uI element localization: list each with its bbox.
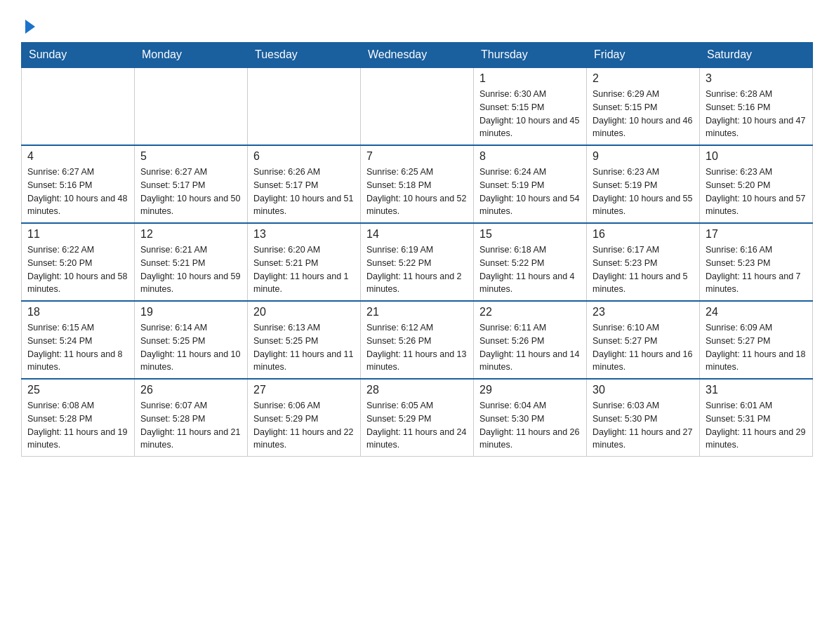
calendar-cell: 5Sunrise: 6:27 AMSunset: 5:17 PMDaylight… [135,145,248,223]
day-number: 16 [593,228,694,241]
day-info: Sunrise: 6:23 AMSunset: 5:20 PMDaylight:… [706,166,807,218]
day-number: 22 [479,306,581,318]
calendar-cell: 21Sunrise: 6:12 AMSunset: 5:26 PMDayligh… [361,301,474,379]
day-info: Sunrise: 6:18 AMSunset: 5:22 PMDaylight:… [479,243,581,296]
calendar-header-monday: Monday [135,43,248,68]
day-info: Sunrise: 6:08 AMSunset: 5:28 PMDaylight:… [27,399,128,452]
calendar-week-row: 25Sunrise: 6:08 AMSunset: 5:28 PMDayligh… [22,379,813,457]
day-info: Sunrise: 6:07 AMSunset: 5:28 PMDaylight:… [140,399,241,452]
day-info: Sunrise: 6:23 AMSunset: 5:19 PMDaylight:… [593,166,694,218]
day-info: Sunrise: 6:06 AMSunset: 5:29 PMDaylight:… [253,399,355,452]
day-info: Sunrise: 6:19 AMSunset: 5:22 PMDaylight:… [366,243,468,296]
day-number: 5 [140,150,241,163]
day-info: Sunrise: 6:26 AMSunset: 5:17 PMDaylight:… [253,166,355,218]
calendar-header-friday: Friday [587,43,700,68]
calendar-cell [135,67,248,145]
day-number: 1 [479,72,581,85]
logo-triangle-icon [25,20,35,34]
day-number: 10 [706,150,807,163]
logo [21,14,35,35]
calendar-cell: 25Sunrise: 6:08 AMSunset: 5:28 PMDayligh… [22,379,135,457]
calendar-cell: 2Sunrise: 6:29 AMSunset: 5:15 PMDaylight… [587,67,700,145]
day-number: 21 [366,306,468,318]
calendar-cell: 23Sunrise: 6:10 AMSunset: 5:27 PMDayligh… [587,301,700,379]
calendar-cell: 26Sunrise: 6:07 AMSunset: 5:28 PMDayligh… [135,379,248,457]
day-info: Sunrise: 6:27 AMSunset: 5:16 PMDaylight:… [27,166,128,218]
calendar-cell: 6Sunrise: 6:26 AMSunset: 5:17 PMDaylight… [248,145,361,223]
calendar-cell: 9Sunrise: 6:23 AMSunset: 5:19 PMDaylight… [587,145,700,223]
calendar-cell: 15Sunrise: 6:18 AMSunset: 5:22 PMDayligh… [474,223,587,301]
day-number: 12 [140,228,241,241]
calendar-cell: 7Sunrise: 6:25 AMSunset: 5:18 PMDaylight… [361,145,474,223]
calendar-cell: 31Sunrise: 6:01 AMSunset: 5:31 PMDayligh… [700,379,813,457]
day-number: 17 [706,228,807,241]
calendar-cell: 10Sunrise: 6:23 AMSunset: 5:20 PMDayligh… [700,145,813,223]
calendar-header-tuesday: Tuesday [248,43,361,68]
day-info: Sunrise: 6:16 AMSunset: 5:23 PMDaylight:… [706,243,807,296]
calendar-week-row: 11Sunrise: 6:22 AMSunset: 5:20 PMDayligh… [22,223,813,301]
day-number: 27 [253,384,355,396]
day-info: Sunrise: 6:04 AMSunset: 5:30 PMDaylight:… [479,399,581,452]
calendar-cell [22,67,135,145]
day-number: 20 [253,306,355,318]
day-number: 19 [140,306,241,318]
day-number: 4 [27,150,128,163]
day-number: 7 [366,150,468,163]
day-info: Sunrise: 6:22 AMSunset: 5:20 PMDaylight:… [27,243,128,296]
day-info: Sunrise: 6:01 AMSunset: 5:31 PMDaylight:… [706,399,807,452]
calendar-cell: 28Sunrise: 6:05 AMSunset: 5:29 PMDayligh… [361,379,474,457]
day-number: 30 [593,384,694,396]
calendar-week-row: 4Sunrise: 6:27 AMSunset: 5:16 PMDaylight… [22,145,813,223]
calendar-week-row: 1Sunrise: 6:30 AMSunset: 5:15 PMDaylight… [22,67,813,145]
day-info: Sunrise: 6:10 AMSunset: 5:27 PMDaylight:… [593,321,694,374]
day-info: Sunrise: 6:20 AMSunset: 5:21 PMDaylight:… [253,243,355,296]
calendar-cell: 4Sunrise: 6:27 AMSunset: 5:16 PMDaylight… [22,145,135,223]
day-number: 13 [253,228,355,241]
day-info: Sunrise: 6:27 AMSunset: 5:17 PMDaylight:… [140,166,241,218]
calendar-cell: 18Sunrise: 6:15 AMSunset: 5:24 PMDayligh… [22,301,135,379]
calendar-cell: 1Sunrise: 6:30 AMSunset: 5:15 PMDaylight… [474,67,587,145]
day-info: Sunrise: 6:28 AMSunset: 5:16 PMDaylight:… [706,88,807,140]
calendar-cell: 13Sunrise: 6:20 AMSunset: 5:21 PMDayligh… [248,223,361,301]
calendar-header-wednesday: Wednesday [361,43,474,68]
day-info: Sunrise: 6:21 AMSunset: 5:21 PMDaylight:… [140,243,241,296]
day-info: Sunrise: 6:14 AMSunset: 5:25 PMDaylight:… [140,321,241,374]
day-info: Sunrise: 6:15 AMSunset: 5:24 PMDaylight:… [27,321,128,374]
day-info: Sunrise: 6:09 AMSunset: 5:27 PMDaylight:… [706,321,807,374]
calendar-cell: 14Sunrise: 6:19 AMSunset: 5:22 PMDayligh… [361,223,474,301]
day-number: 26 [140,384,241,396]
calendar-cell: 3Sunrise: 6:28 AMSunset: 5:16 PMDaylight… [700,67,813,145]
day-info: Sunrise: 6:17 AMSunset: 5:23 PMDaylight:… [593,243,694,296]
calendar-cell: 8Sunrise: 6:24 AMSunset: 5:19 PMDaylight… [474,145,587,223]
calendar-cell: 24Sunrise: 6:09 AMSunset: 5:27 PMDayligh… [700,301,813,379]
day-number: 8 [479,150,581,163]
day-number: 3 [706,72,807,85]
day-number: 31 [706,384,807,396]
calendar-cell: 19Sunrise: 6:14 AMSunset: 5:25 PMDayligh… [135,301,248,379]
calendar-cell [361,67,474,145]
day-info: Sunrise: 6:13 AMSunset: 5:25 PMDaylight:… [253,321,355,374]
day-info: Sunrise: 6:03 AMSunset: 5:30 PMDaylight:… [593,399,694,452]
calendar-cell [248,67,361,145]
calendar-cell: 30Sunrise: 6:03 AMSunset: 5:30 PMDayligh… [587,379,700,457]
day-number: 11 [27,228,128,241]
calendar-cell: 11Sunrise: 6:22 AMSunset: 5:20 PMDayligh… [22,223,135,301]
day-info: Sunrise: 6:05 AMSunset: 5:29 PMDaylight:… [366,399,468,452]
calendar-header-saturday: Saturday [700,43,813,68]
day-number: 9 [593,150,694,163]
calendar-cell: 27Sunrise: 6:06 AMSunset: 5:29 PMDayligh… [248,379,361,457]
calendar-cell: 29Sunrise: 6:04 AMSunset: 5:30 PMDayligh… [474,379,587,457]
calendar-cell: 16Sunrise: 6:17 AMSunset: 5:23 PMDayligh… [587,223,700,301]
calendar-cell: 22Sunrise: 6:11 AMSunset: 5:26 PMDayligh… [474,301,587,379]
day-info: Sunrise: 6:11 AMSunset: 5:26 PMDaylight:… [479,321,581,374]
calendar-cell: 17Sunrise: 6:16 AMSunset: 5:23 PMDayligh… [700,223,813,301]
day-number: 23 [593,306,694,318]
day-info: Sunrise: 6:30 AMSunset: 5:15 PMDaylight:… [479,88,581,140]
calendar-header-thursday: Thursday [474,43,587,68]
day-number: 24 [706,306,807,318]
calendar-table: SundayMondayTuesdayWednesdayThursdayFrid… [21,42,813,457]
calendar-week-row: 18Sunrise: 6:15 AMSunset: 5:24 PMDayligh… [22,301,813,379]
day-info: Sunrise: 6:25 AMSunset: 5:18 PMDaylight:… [366,166,468,218]
day-number: 2 [593,72,694,85]
day-number: 14 [366,228,468,241]
